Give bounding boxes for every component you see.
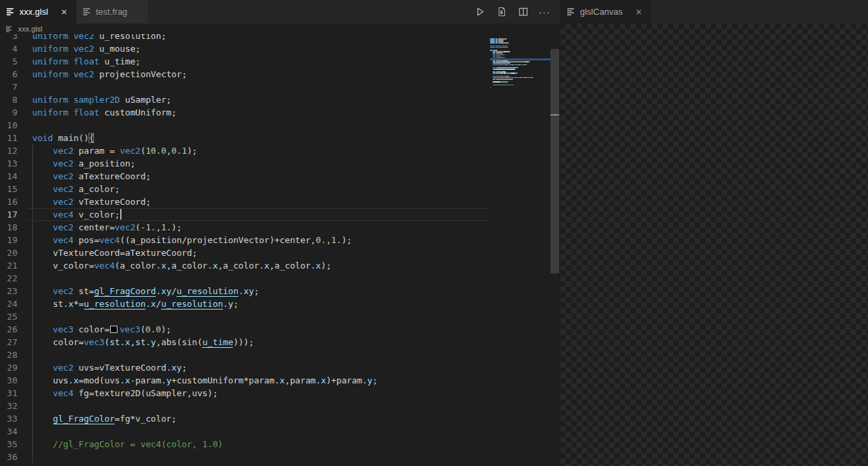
code-line[interactable]: 21 v_color=vec4(a_color.x,a_color.x,a_co…	[0, 259, 490, 272]
code-token: gl_FragColor	[53, 414, 115, 424]
code-line[interactable]: 32	[0, 400, 490, 412]
code-line[interactable]: 7	[0, 81, 490, 93]
line-number[interactable]: 28	[0, 348, 17, 361]
line-number[interactable]: 29	[0, 361, 17, 374]
code-line[interactable]: 23 vec2 st=gl_FragCoord.xy/u_resolution.…	[0, 285, 490, 297]
code-line[interactable]: 20 vTextureCoord=aTextureCoord;	[0, 246, 490, 259]
vertical-scrollbar[interactable]	[550, 34, 559, 466]
code-line[interactable]: 27 color=vec3(st.x,st.y,abs(sin(u_time))…	[0, 336, 490, 348]
code-line[interactable]: 12 vec2 param = vec2(10.0,0.1);	[0, 144, 490, 157]
line-number[interactable]: 11	[0, 132, 17, 144]
line-number[interactable]: 4	[0, 42, 17, 55]
breadcrumb: xxx.glsl	[0, 24, 561, 34]
code-line[interactable]: 9uniform float customUniform;	[0, 106, 490, 119]
code-line[interactable]: 13 vec2 a_position;	[0, 157, 490, 170]
code-line[interactable]: 22	[0, 272, 490, 285]
line-number[interactable]: 25	[0, 310, 17, 323]
code-line[interactable]: 17 vec4 v_color;	[0, 208, 490, 221]
line-number[interactable]: 22	[0, 272, 17, 285]
line-number[interactable]: 19	[0, 234, 17, 246]
line-number[interactable]: 20	[0, 246, 17, 259]
minimap[interactable]	[490, 38, 550, 89]
code-line[interactable]: 29 vec2 uvs=vTextureCoord.xy;	[0, 361, 490, 374]
code-token: -param	[130, 375, 161, 385]
line-number[interactable]: 27	[0, 336, 17, 348]
code-token: .x	[63, 299, 73, 309]
code-line[interactable]: 26 vec3 color=vec3(0.0);	[0, 323, 490, 336]
left-tab-bar: xxx.glsl ✕ test.frag	[0, 0, 561, 24]
code-line[interactable]: 24 st.x*=u_resolution.x/u_resolution.y;	[0, 297, 490, 310]
close-icon[interactable]: ✕	[634, 7, 644, 17]
file-icon	[6, 26, 13, 32]
code-text: void main(){	[32, 132, 490, 144]
code-line[interactable]: 35 //gl_FragColor = vec4(color, 1.0)	[0, 438, 490, 451]
code-line[interactable]: 19 vec4 pos=vec4((a_position/projectionV…	[0, 234, 490, 246]
code-line[interactable]: 5uniform float u_time;	[0, 55, 490, 68]
line-number[interactable]: 15	[0, 183, 17, 195]
line-number[interactable]: 21	[0, 259, 17, 272]
code-line[interactable]: 3uniform vec2 u_resolution;	[0, 34, 490, 42]
code-line[interactable]: 37}	[0, 463, 490, 466]
code-token: (a_color	[115, 261, 156, 271]
tab-glslcanvas[interactable]: glslCanvas ✕	[561, 0, 651, 24]
line-number[interactable]: 18	[0, 221, 17, 234]
glsl-canvas-preview[interactable]	[561, 24, 868, 466]
code-token: aTextureCoord;	[73, 171, 150, 181]
code-text: vec2 uvs=vTextureCoord.xy;	[32, 361, 490, 374]
scrollbar-thumb[interactable]	[550, 49, 559, 273]
code-line[interactable]: 28	[0, 348, 490, 361]
code-token: .xy	[238, 286, 254, 296]
code-line[interactable]: 33 gl_FragColor=fg*v_color;	[0, 412, 490, 425]
tab-test-frag[interactable]: test.frag	[77, 0, 148, 24]
line-number[interactable]: 37	[0, 463, 17, 466]
line-number[interactable]: 36	[0, 451, 17, 463]
code-line[interactable]: 16 vec2 vTextureCoord;	[0, 195, 490, 208]
line-number[interactable]: 31	[0, 387, 17, 400]
line-number[interactable]: 32	[0, 400, 17, 412]
code-line[interactable]: 36	[0, 451, 490, 463]
line-number[interactable]: 5	[0, 55, 17, 68]
breadcrumb-item-file[interactable]: xxx.glsl	[18, 25, 42, 33]
line-number[interactable]: 13	[0, 157, 17, 170]
code-line[interactable]: 25	[0, 310, 490, 323]
code-line[interactable]: 34	[0, 425, 490, 438]
line-number[interactable]: 7	[0, 81, 17, 93]
code-line[interactable]: 8uniform sampler2D uSampler;	[0, 93, 490, 106]
code-editor[interactable]: 3uniform vec2 u_resolution;4uniform vec2…	[0, 34, 561, 466]
line-number[interactable]: 9	[0, 106, 17, 119]
code-token: .x	[275, 375, 285, 385]
line-number[interactable]: 30	[0, 374, 17, 387]
line-number[interactable]: 8	[0, 93, 17, 106]
run-icon[interactable]	[475, 7, 485, 17]
code-text	[32, 119, 490, 132]
line-number[interactable]: 33	[0, 412, 17, 425]
tab-xxx-glsl[interactable]: xxx.glsl ✕	[0, 0, 77, 24]
code-line[interactable]: 30 uvs.x=mod(uvs.x-param.y+customUniform…	[0, 374, 490, 387]
code-line[interactable]: 31 vec4 fg=texture2D(uSampler,uvs);	[0, 387, 490, 400]
right-tab-bar: glslCanvas ✕	[561, 0, 868, 24]
code-line[interactable]: 14 vec2 aTextureCoord;	[0, 170, 490, 183]
code-line[interactable]: 10	[0, 119, 490, 132]
line-number[interactable]: 3	[0, 34, 17, 42]
code-line[interactable]: 15 vec2 a_color;	[0, 183, 490, 195]
split-editor-icon[interactable]	[518, 7, 528, 17]
close-icon[interactable]: ✕	[59, 7, 70, 17]
line-number[interactable]: 12	[0, 144, 17, 157]
line-number[interactable]: 26	[0, 323, 17, 336]
line-number[interactable]: 14	[0, 170, 17, 183]
code-line[interactable]: 11void main(){	[0, 132, 490, 144]
line-number[interactable]: 6	[0, 68, 17, 81]
more-actions-icon[interactable]: ···	[539, 7, 550, 17]
code-line[interactable]: 6uniform vec2 projectionVector;	[0, 68, 490, 81]
code-line[interactable]: 18 vec2 center=vec2(-1.,1.);	[0, 221, 490, 234]
line-number[interactable]: 23	[0, 285, 17, 297]
line-number[interactable]: 10	[0, 119, 17, 132]
code-line[interactable]: 4uniform vec2 u_mouse;	[0, 42, 490, 55]
line-number[interactable]: 16	[0, 195, 17, 208]
code-token: .x	[259, 261, 269, 271]
line-number[interactable]: 24	[0, 297, 17, 310]
line-number[interactable]: 17	[0, 208, 17, 221]
line-number[interactable]: 34	[0, 425, 17, 438]
line-number[interactable]: 35	[0, 438, 17, 451]
glslcanvas-preview-icon[interactable]	[496, 7, 507, 17]
